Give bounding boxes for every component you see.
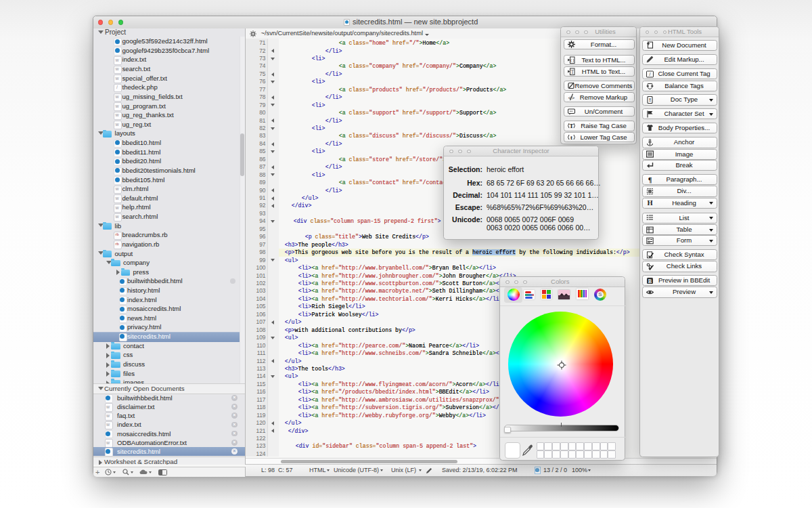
svg-text:¶: ¶: [648, 176, 652, 184]
svg-text:( ): ( ): [570, 58, 574, 62]
svg-text:H: H: [647, 200, 652, 207]
svg-text:B: B: [648, 278, 652, 284]
svg-text:t: t: [570, 134, 572, 141]
svg-text:T: T: [571, 68, 574, 75]
svg-text:/: /: [650, 72, 651, 77]
svg-text:T: T: [569, 123, 573, 129]
svg-text:!: !: [649, 97, 651, 103]
